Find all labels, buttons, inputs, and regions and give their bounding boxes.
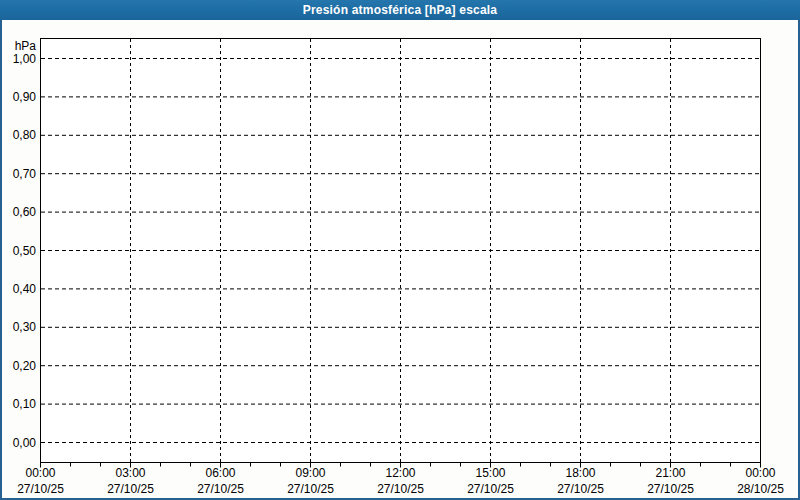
y-tick-label: 0,90 xyxy=(13,90,37,104)
x-time-label: 00:00 xyxy=(745,466,775,480)
x-date-label: 27/10/25 xyxy=(647,482,694,496)
pressure-chart-svg: hPa1,000,900,800,700,600,500,400,300,200… xyxy=(0,20,800,498)
x-date-label: 27/10/25 xyxy=(557,482,604,496)
y-tick-label: 0,50 xyxy=(13,244,37,258)
x-date-label: 27/10/25 xyxy=(17,482,64,496)
y-tick-label: 0,20 xyxy=(13,359,37,373)
y-tick-label: 0,80 xyxy=(13,128,37,142)
x-date-label: 27/10/25 xyxy=(197,482,244,496)
x-time-label: 00:00 xyxy=(25,466,55,480)
y-tick-label: 1,00 xyxy=(13,52,37,66)
x-date-label: 28/10/25 xyxy=(737,482,784,496)
x-time-label: 03:00 xyxy=(115,466,145,480)
x-date-label: 27/10/25 xyxy=(377,482,424,496)
x-date-label: 27/10/25 xyxy=(107,482,154,496)
x-time-label: 06:00 xyxy=(205,466,235,480)
y-tick-label: 0,60 xyxy=(13,205,37,219)
y-tick-label: 0,70 xyxy=(13,167,37,181)
x-time-label: 21:00 xyxy=(655,466,685,480)
x-date-label: 27/10/25 xyxy=(287,482,334,496)
y-tick-label: 0,30 xyxy=(13,320,37,334)
y-tick-label: 0,10 xyxy=(13,397,37,411)
chart-area: hPa1,000,900,800,700,600,500,400,300,200… xyxy=(0,20,800,498)
x-time-label: 12:00 xyxy=(385,466,415,480)
y-tick-label: 0,40 xyxy=(13,282,37,296)
chart-window: Presión atmosférica [hPa] escala hPa1,00… xyxy=(0,0,800,500)
chart-title: Presión atmosférica [hPa] escala xyxy=(303,3,498,17)
window-titlebar: Presión atmosférica [hPa] escala xyxy=(0,0,800,20)
x-time-label: 18:00 xyxy=(565,466,595,480)
x-time-label: 15:00 xyxy=(475,466,505,480)
y-tick-label: 0,00 xyxy=(13,436,37,450)
x-time-label: 09:00 xyxy=(295,466,325,480)
x-date-label: 27/10/25 xyxy=(467,482,514,496)
